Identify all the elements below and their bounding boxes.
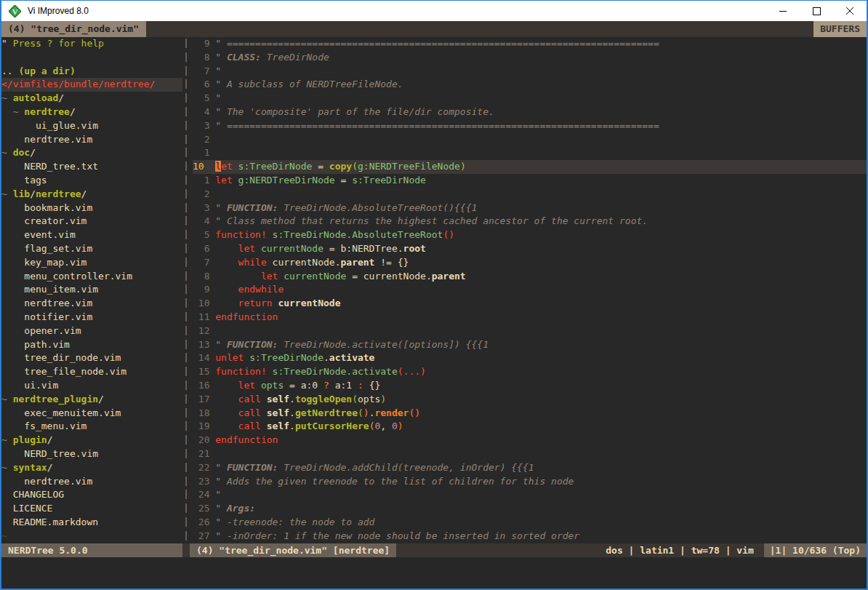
tree-token: ~ — [1, 434, 13, 445]
code-line[interactable]: 5" — [193, 92, 867, 105]
tree-item[interactable]: " Press ? for help — [1, 37, 182, 51]
code-line[interactable]: 9 endwhile — [193, 283, 867, 297]
tree-item[interactable]: tree_file_node.vim — [1, 365, 182, 379]
tree-item[interactable]: </vimfiles/bundle/nerdtree/ — [1, 78, 182, 92]
tree-item[interactable]: ~ autoload/ — [1, 92, 182, 105]
tree-item[interactable]: fs_menu.vim — [1, 420, 182, 434]
code-token — [261, 407, 267, 418]
line-number: 22 — [193, 461, 209, 475]
tree-item[interactable]: CHANGELOG — [1, 488, 182, 502]
code-line[interactable]: 21 — [193, 447, 867, 461]
code-token: () — [409, 407, 420, 418]
tree-item[interactable]: event.vim — [1, 228, 182, 242]
tree-item[interactable]: tree_dir_node.vim — [1, 351, 182, 365]
line-number: 3 — [193, 119, 209, 133]
tree-item[interactable]: key_map.vim — [1, 256, 182, 270]
tree-item[interactable]: .. (up a dir) — [1, 65, 182, 79]
code-token — [215, 243, 238, 254]
tree-item[interactable]: ~ nerdtree_plugin/ — [1, 393, 182, 407]
tree-item[interactable]: notifier.vim — [1, 311, 182, 324]
tree-item[interactable]: ~ syntax/ — [1, 461, 182, 475]
code-line[interactable]: 25" Args: — [193, 502, 867, 516]
minimize-button[interactable] — [766, 1, 800, 21]
tree-item[interactable] — [1, 51, 182, 65]
tree-item[interactable]: ~ plugin/ — [1, 434, 182, 447]
tree-item[interactable]: LICENCE — [1, 502, 182, 516]
tree-token: tree_dir_node.vim — [1, 352, 121, 363]
code-line[interactable]: 27" -inOrder: 1 if the new node should b… — [193, 530, 867, 543]
maximize-button[interactable] — [800, 1, 833, 21]
tree-item[interactable]: tags — [1, 174, 182, 188]
code-line[interactable]: 8" CLASS: TreeDirNode — [193, 51, 867, 65]
code-line[interactable]: 17 call self.toggleOpen(opts) — [193, 393, 867, 407]
nerdtree-panel[interactable]: " Press ? for help.. (up a dir)</vimfile… — [1, 37, 182, 543]
gvim-window: V Vi IMproved 8.0 (4) "tree_dir_node.vim… — [0, 0, 868, 590]
code-line[interactable]: 8 let currentNode = currentNode.parent — [193, 270, 867, 284]
code-line[interactable]: 20endfunction — [193, 434, 867, 447]
tree-item[interactable]: ~ — [1, 530, 182, 543]
code-line[interactable]: 6 let currentNode = b:NERDTree.root — [193, 242, 867, 256]
code-line[interactable]: 10 return currentNode — [193, 297, 867, 311]
code-line[interactable]: 12 — [193, 324, 867, 338]
tree-item[interactable]: path.vim — [1, 338, 182, 352]
code-line[interactable]: 7 while currentNode.parent != {} — [193, 256, 867, 270]
code-line[interactable]: 24" — [193, 488, 867, 502]
code-line[interactable]: 6" A subclass of NERDTreeFileNode. — [193, 78, 867, 92]
tree-item[interactable]: nerdtree.vim — [1, 297, 182, 311]
code-line[interactable]: 10let s:TreeDirNode = copy(g:NERDTreeFil… — [193, 160, 867, 174]
code-line[interactable]: 15function! s:TreeDirNode.activate(...) — [193, 365, 867, 379]
code-line[interactable]: 5function! s:TreeDirNode.AbsoluteTreeRoo… — [193, 228, 867, 242]
code-line[interactable]: 14unlet s:TreeDirNode.activate — [193, 351, 867, 365]
code-line[interactable]: 11endfunction — [193, 311, 867, 324]
tree-item[interactable]: menu_item.vim — [1, 283, 182, 297]
code-line[interactable]: 3" =====================================… — [193, 119, 867, 133]
tree-item[interactable]: nerdtree.vim — [1, 133, 182, 147]
tree-item[interactable]: NERD_tree.txt — [1, 160, 182, 174]
tree-item[interactable]: flag_set.vim — [1, 242, 182, 256]
tree-item[interactable]: NERD_tree.vim — [1, 447, 182, 461]
tree-item[interactable]: menu_controller.vim — [1, 270, 182, 284]
code-token: = — [312, 161, 329, 172]
code-line[interactable]: 2 — [193, 133, 867, 147]
code-line[interactable]: 4" Class method that returns the highest… — [193, 215, 867, 228]
code-line[interactable]: 1let g:NERDTreeDirNode = s:TreeDirNode — [193, 174, 867, 188]
tree-item[interactable]: ~ lib/nerdtree/ — [1, 188, 182, 202]
code-line[interactable]: 9" =====================================… — [193, 37, 867, 51]
code-line[interactable]: 13" FUNCTION: TreeDirNode.activate([opti… — [193, 338, 867, 352]
code-line[interactable]: 2 — [193, 188, 867, 202]
tree-item[interactable]: ui_glue.vim — [1, 119, 182, 133]
editor-panel[interactable]: 9" =====================================… — [190, 37, 867, 543]
tree-item[interactable]: exec_menuitem.vim — [1, 407, 182, 420]
tree-item[interactable]: ui.vim — [1, 379, 182, 393]
code-token: FUNCTION: — [227, 462, 278, 473]
tree-token: ~ — [1, 530, 7, 541]
tree-item[interactable]: opener.vim — [1, 324, 182, 338]
nerdtree-status: NERDTree 5.0.0 — [1, 543, 182, 557]
code-token: endwhile — [238, 284, 284, 295]
tree-item[interactable]: bookmark.vim — [1, 202, 182, 215]
close-button[interactable] — [833, 1, 867, 21]
line-number: 12 — [193, 324, 209, 338]
code-line[interactable]: 3" FUNCTION: TreeDirNode.AbsoluteTreeRoo… — [193, 202, 867, 215]
line-number: 24 — [193, 488, 209, 502]
tree-item[interactable]: ~ nerdtree/ — [1, 105, 182, 119]
code-line[interactable]: 19 call self.putCursorHere(0, 0) — [193, 420, 867, 434]
tab-tree-dir-node[interactable]: (4) "tree_dir_node.vim" — [1, 21, 146, 37]
tree-item[interactable]: creator.vim — [1, 215, 182, 228]
code-line[interactable]: 1 — [193, 146, 867, 160]
window-separator[interactable] — [182, 37, 190, 543]
code-token: " — [215, 339, 227, 350]
code-line[interactable]: 7" — [193, 65, 867, 79]
code-line[interactable]: 4" The 'composite' part of the file/dir … — [193, 105, 867, 119]
code-token: self — [267, 407, 289, 418]
code-line[interactable]: 26" -treenode: the node to add — [193, 516, 867, 530]
tree-item[interactable]: ~ doc/ — [1, 146, 182, 160]
code-token: copy — [329, 161, 352, 172]
code-line[interactable]: 23" Adds the given treenode to the list … — [193, 475, 867, 489]
code-line[interactable]: 16 let opts = a:0 ? a:1 : {} — [193, 379, 867, 393]
code-line[interactable]: 22" FUNCTION: TreeDirNode.addChild(treen… — [193, 461, 867, 475]
code-token: ) — [398, 420, 403, 431]
code-line[interactable]: 18 call self.getNerdtree().render() — [193, 407, 867, 420]
tree-item[interactable]: nerdtree.vim — [1, 475, 182, 489]
tree-item[interactable]: README.markdown — [1, 516, 182, 530]
